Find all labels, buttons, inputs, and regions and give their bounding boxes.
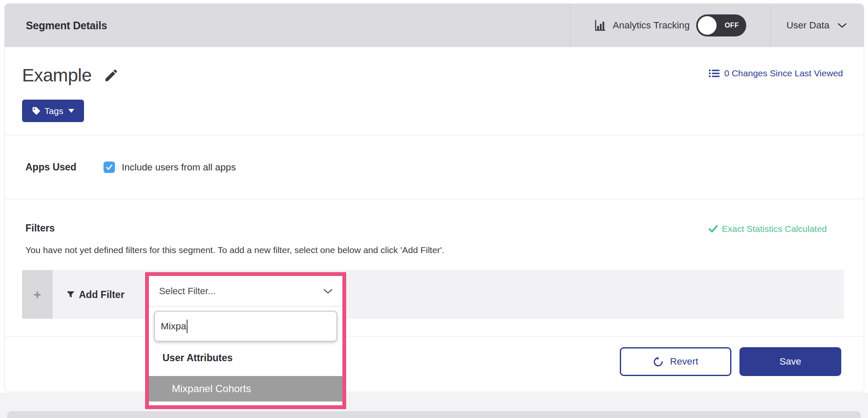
caret-down-icon: [68, 109, 74, 113]
apps-used-label: Apps Used: [25, 162, 76, 173]
changes-link-label: 0 Changes Since Last Viewed: [724, 68, 843, 78]
tag-icon: [32, 106, 41, 115]
analytics-tracking-control: Analytics Tracking OFF: [570, 4, 770, 47]
segment-name: Example: [22, 65, 92, 86]
user-data-menu[interactable]: User Data: [770, 4, 864, 47]
analytics-tracking-label: Analytics Tracking: [613, 20, 689, 31]
next-panel-edge: [7, 411, 861, 418]
segment-name-section: Example Tags: [5, 47, 864, 135]
filter-search-input[interactable]: Mixpa: [154, 311, 337, 342]
save-button-label: Save: [779, 356, 801, 367]
green-check-icon: [708, 225, 718, 233]
filter-dropdown-callout: Select Filter... Mixpa User Attributes M…: [145, 272, 346, 409]
toggle-knob: [698, 16, 717, 35]
changes-since-last-viewed-link[interactable]: 0 Changes Since Last Viewed: [708, 68, 843, 78]
filters-description: You have not yet defined filters for thi…: [25, 245, 444, 255]
tags-button-label: Tags: [45, 106, 63, 116]
add-filter-plus-button[interactable]: +: [22, 270, 53, 319]
include-all-apps-checkbox[interactable]: [104, 162, 115, 173]
segment-details-card: Segment Details Analytics Tracking OFF U…: [4, 3, 864, 392]
funnel-icon: [66, 290, 75, 299]
panel-title: Segment Details: [26, 20, 107, 32]
user-data-label: User Data: [787, 20, 829, 31]
revert-arrow-icon: [653, 357, 664, 367]
filters-section: Filters Exact Statistics Calculated You …: [5, 199, 864, 336]
bar-chart-icon: [594, 19, 606, 32]
text-cursor: [187, 320, 188, 333]
apps-used-section: Apps Used Include users from all apps: [5, 135, 864, 199]
chevron-down-icon: [837, 22, 847, 28]
select-chevron-icon: [323, 288, 333, 294]
add-filter-label-group: Add Filter: [66, 289, 124, 300]
filter-group-header: User Attributes: [162, 352, 232, 364]
exact-statistics-status: Exact Statistics Calculated: [708, 224, 827, 234]
exact-statistics-label: Exact Statistics Calculated: [722, 224, 827, 234]
analytics-tracking-toggle[interactable]: OFF: [696, 14, 746, 36]
add-filter-label: Add Filter: [79, 289, 124, 300]
revert-button-label: Revert: [670, 356, 698, 367]
filters-heading: Filters: [25, 223, 55, 234]
checkbox-check-icon: [105, 163, 113, 171]
segment-title-row: Example: [22, 65, 119, 86]
filter-select-value: Select Filter...: [159, 286, 216, 297]
panel-header: Segment Details Analytics Tracking OFF U…: [5, 4, 864, 47]
filter-select[interactable]: Select Filter...: [149, 276, 342, 307]
toggle-state-label: OFF: [725, 22, 739, 29]
changes-list-icon: [708, 68, 720, 78]
filter-search-value: Mixpa: [161, 321, 186, 332]
plus-icon: +: [34, 287, 41, 302]
actions-section: Revert Save: [5, 336, 864, 393]
filter-option-mixpanel-cohorts[interactable]: Mixpanel Cohorts: [149, 376, 342, 401]
revert-button[interactable]: Revert: [620, 347, 731, 376]
save-button[interactable]: Save: [739, 347, 841, 376]
tags-button[interactable]: Tags: [22, 100, 84, 122]
include-all-apps-label: Include users from all apps: [122, 162, 236, 173]
pencil-icon[interactable]: [104, 68, 119, 83]
